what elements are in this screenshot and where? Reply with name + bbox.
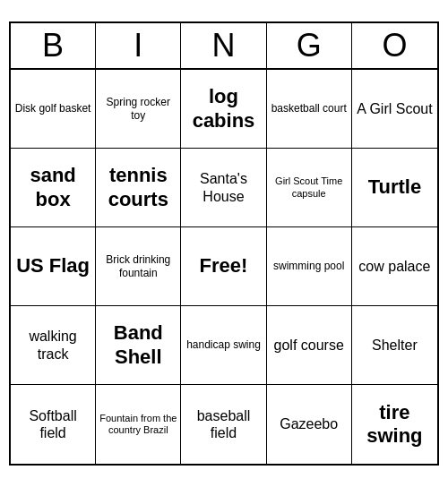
- cell-11: Brick drinking fountain: [96, 227, 181, 306]
- cell-22: baseball field: [181, 385, 266, 464]
- cell-23: Gazeebo: [267, 385, 352, 464]
- cell-9: Turtle: [352, 149, 437, 227]
- header-letter-B: B: [11, 23, 96, 68]
- cell-13: swimming pool: [267, 227, 352, 306]
- cell-0: Disk golf basket: [11, 70, 96, 149]
- cell-7: Santa's House: [181, 149, 266, 227]
- cell-24: tire swing: [352, 385, 437, 464]
- cell-12: Free!: [181, 227, 266, 306]
- header-letter-N: N: [181, 23, 266, 68]
- header-letter-O: O: [352, 23, 437, 68]
- header-letter-G: G: [267, 23, 352, 68]
- header-letter-I: I: [96, 23, 181, 68]
- cell-17: handicap swing: [181, 306, 266, 385]
- cell-3: basketball court: [267, 70, 352, 149]
- cell-4: A Girl Scout: [352, 70, 437, 149]
- cell-10: US Flag: [11, 227, 96, 306]
- cell-14: cow palace: [352, 227, 437, 306]
- cell-2: log cabins: [181, 70, 266, 149]
- bingo-header: BINGO: [11, 23, 437, 70]
- cell-20: Softball field: [11, 385, 96, 464]
- cell-6: tennis courts: [96, 149, 181, 227]
- cell-5: sand box: [11, 149, 96, 227]
- cell-19: Shelter: [352, 306, 437, 385]
- bingo-card: BINGO Disk golf basketSpring rocker toyl…: [9, 21, 439, 466]
- cell-1: Spring rocker toy: [96, 70, 181, 149]
- cell-21: Fountain from the country Brazil: [96, 385, 181, 464]
- bingo-grid: Disk golf basketSpring rocker toylog cab…: [11, 70, 437, 464]
- cell-18: golf course: [267, 306, 352, 385]
- cell-8: Girl Scout Time capsule: [267, 149, 352, 227]
- cell-15: walking track: [11, 306, 96, 385]
- cell-16: Band Shell: [96, 306, 181, 385]
